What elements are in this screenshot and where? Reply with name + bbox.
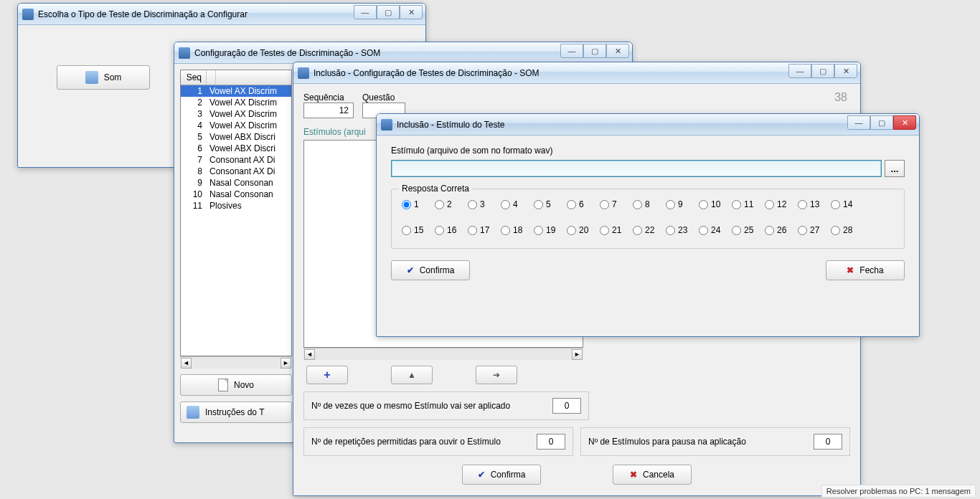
- radio-option[interactable]: 22: [633, 225, 666, 235]
- radio-input[interactable]: [468, 226, 477, 235]
- confirma-button[interactable]: ✔ Confirma: [462, 465, 541, 485]
- radio-option[interactable]: 28: [831, 225, 864, 235]
- novo-button[interactable]: Novo: [180, 374, 292, 396]
- radio-option[interactable]: 25: [732, 225, 765, 235]
- radio-option[interactable]: 5: [534, 199, 567, 209]
- radio-option[interactable]: 23: [666, 225, 699, 235]
- radio-input[interactable]: [798, 200, 807, 209]
- radio-option[interactable]: 4: [501, 199, 534, 209]
- radio-option[interactable]: 14: [831, 199, 864, 209]
- radio-input[interactable]: [699, 200, 708, 209]
- scroll-left-icon[interactable]: ◄: [304, 349, 315, 360]
- table-row[interactable]: 5Vowel ABX Discri: [181, 131, 291, 143]
- sequencia-input[interactable]: [303, 103, 354, 118]
- radio-option[interactable]: 2: [435, 199, 468, 209]
- radio-option[interactable]: 13: [798, 199, 831, 209]
- titlebar[interactable]: Configuração de Testes de Discriminação …: [174, 42, 632, 64]
- estimulo-file-input[interactable]: [391, 160, 882, 177]
- radio-option[interactable]: 6: [567, 199, 600, 209]
- table-row[interactable]: 3Vowel AX Discrim: [181, 108, 291, 120]
- minimize-button[interactable]: —: [354, 5, 377, 19]
- maximize-button[interactable]: ▢: [377, 5, 400, 19]
- radio-option[interactable]: 21: [600, 225, 633, 235]
- radio-input[interactable]: [732, 200, 741, 209]
- radio-option[interactable]: 26: [765, 225, 798, 235]
- radio-option[interactable]: 12: [765, 199, 798, 209]
- radio-option[interactable]: 11: [732, 199, 765, 209]
- radio-input[interactable]: [699, 226, 708, 235]
- table-row[interactable]: 7Consonant AX Di: [181, 154, 291, 166]
- radio-input[interactable]: [831, 200, 840, 209]
- radio-input[interactable]: [534, 200, 543, 209]
- radio-option[interactable]: 15: [402, 225, 435, 235]
- scroll-right-icon[interactable]: ►: [572, 349, 583, 360]
- table-row[interactable]: 6Vowel ABX Discri: [181, 143, 291, 154]
- pausa-input[interactable]: [814, 434, 842, 450]
- sequence-table[interactable]: Seq 1Vowel AX Discrim2Vowel AX Discrim3V…: [180, 70, 292, 356]
- repeticoes-input[interactable]: [537, 434, 565, 450]
- radio-input[interactable]: [633, 200, 642, 209]
- radio-input[interactable]: [501, 226, 510, 235]
- table-row[interactable]: 4Vowel AX Discrim: [181, 120, 291, 131]
- radio-option[interactable]: 8: [633, 199, 666, 209]
- radio-option[interactable]: 10: [699, 199, 732, 209]
- radio-input[interactable]: [666, 200, 675, 209]
- radio-option[interactable]: 3: [468, 199, 501, 209]
- table-row[interactable]: 2Vowel AX Discrim: [181, 97, 291, 108]
- listbox-scrollbar[interactable]: ◄ ►: [303, 348, 583, 360]
- table-row[interactable]: 1Vowel AX Discrim: [181, 85, 291, 97]
- scroll-right-icon[interactable]: ►: [281, 358, 291, 369]
- confirma-button[interactable]: ✔ Confirma: [391, 260, 470, 280]
- radio-option[interactable]: 20: [567, 225, 600, 235]
- radio-input[interactable]: [765, 200, 774, 209]
- close-button[interactable]: ✕: [834, 64, 857, 78]
- radio-option[interactable]: 18: [501, 225, 534, 235]
- radio-input[interactable]: [666, 226, 675, 235]
- radio-option[interactable]: 19: [534, 225, 567, 235]
- som-button[interactable]: Som: [57, 65, 150, 90]
- close-button[interactable]: ✕: [893, 115, 916, 130]
- radio-input[interactable]: [600, 200, 609, 209]
- table-row[interactable]: 10Nasal Consonan: [181, 189, 291, 200]
- close-button[interactable]: ✕: [400, 5, 423, 19]
- add-button[interactable]: +: [306, 366, 348, 384]
- radio-option[interactable]: 27: [798, 225, 831, 235]
- titlebar[interactable]: Inclusão - Configuração de Testes de Dis…: [293, 62, 860, 84]
- radio-option[interactable]: 7: [600, 199, 633, 209]
- radio-option[interactable]: 16: [435, 225, 468, 235]
- radio-input[interactable]: [435, 226, 444, 235]
- radio-option[interactable]: 17: [468, 225, 501, 235]
- radio-input[interactable]: [732, 226, 741, 235]
- fecha-button[interactable]: ✖ Fecha: [826, 260, 905, 280]
- radio-input[interactable]: [765, 226, 774, 235]
- radio-option[interactable]: 24: [699, 225, 732, 235]
- radio-input[interactable]: [435, 200, 444, 209]
- horizontal-scrollbar[interactable]: ◄ ►: [180, 356, 292, 369]
- radio-input[interactable]: [798, 226, 807, 235]
- vezes-input[interactable]: [552, 398, 581, 414]
- maximize-button[interactable]: ▢: [583, 44, 606, 58]
- table-row[interactable]: 8Consonant AX Di: [181, 166, 291, 177]
- radio-option[interactable]: 1: [402, 199, 435, 209]
- radio-input[interactable]: [633, 226, 642, 235]
- radio-input[interactable]: [468, 200, 477, 209]
- browse-button[interactable]: ...: [885, 160, 905, 177]
- taskbar-notification[interactable]: Resolver problemas no PC: 1 mensagem: [821, 485, 976, 498]
- table-row[interactable]: 9Nasal Consonan: [181, 177, 291, 189]
- titlebar[interactable]: Escolha o Tipo de Teste de Discriminação…: [18, 4, 425, 25]
- table-row[interactable]: 11Plosives: [181, 200, 291, 212]
- maximize-button[interactable]: ▢: [870, 115, 893, 130]
- radio-option[interactable]: 9: [666, 199, 699, 209]
- radio-input[interactable]: [534, 226, 543, 235]
- next-button[interactable]: ➔: [476, 366, 517, 384]
- radio-input[interactable]: [567, 200, 576, 209]
- radio-input[interactable]: [600, 226, 609, 235]
- minimize-button[interactable]: —: [560, 44, 583, 58]
- scroll-left-icon[interactable]: ◄: [181, 358, 192, 369]
- radio-input[interactable]: [402, 226, 411, 235]
- close-button[interactable]: ✕: [606, 44, 629, 58]
- minimize-button[interactable]: —: [788, 64, 811, 78]
- radio-input[interactable]: [402, 200, 411, 209]
- cancela-button[interactable]: ✖ Cancela: [613, 465, 692, 485]
- radio-input[interactable]: [567, 226, 576, 235]
